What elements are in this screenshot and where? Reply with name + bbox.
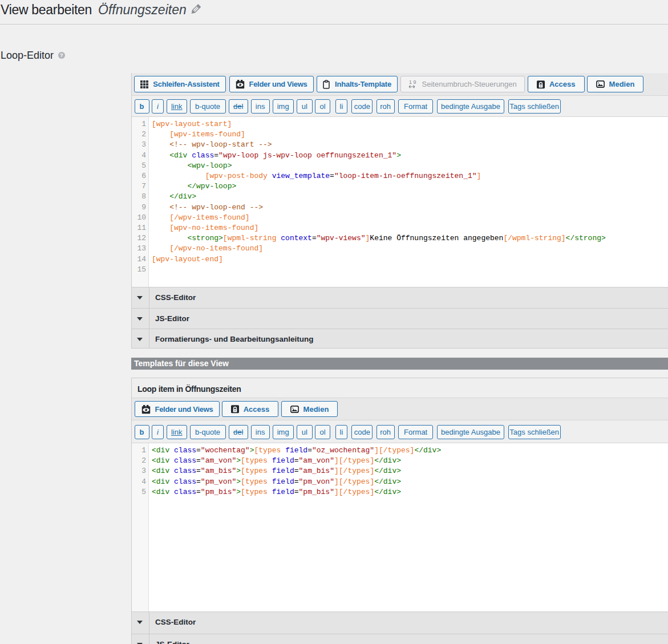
svg-text:1 9: 1 9	[409, 79, 416, 85]
